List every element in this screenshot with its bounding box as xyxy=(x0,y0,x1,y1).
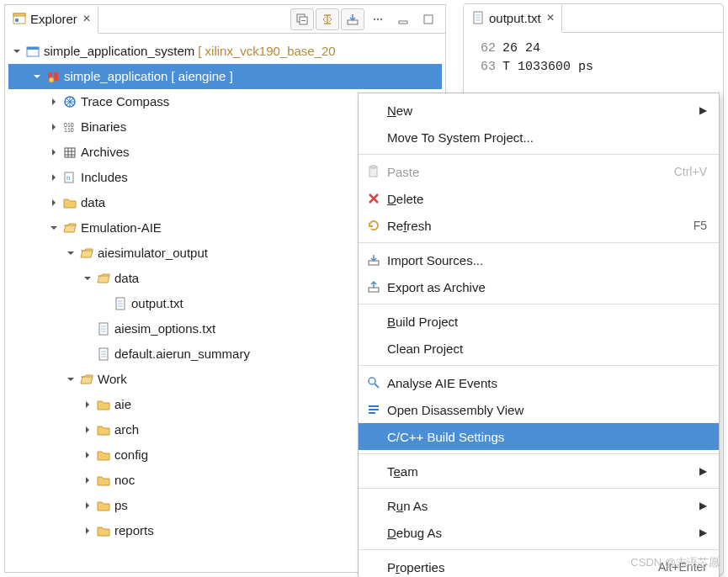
expand-icon[interactable] xyxy=(66,248,76,258)
menu-build-project[interactable]: Build Project xyxy=(359,308,719,335)
aie-app-icon xyxy=(45,69,61,84)
tree-item-label: Emulation-AIE xyxy=(81,215,162,241)
file-icon xyxy=(470,10,486,25)
collapse-icon[interactable] xyxy=(82,475,93,485)
disassembly-icon xyxy=(365,403,382,416)
file-icon xyxy=(96,347,111,362)
folder-icon xyxy=(96,397,111,412)
editor-tab[interactable]: output.txt ✕ xyxy=(464,5,562,33)
menu-separator xyxy=(359,242,719,243)
folder-icon xyxy=(96,523,111,538)
svg-rect-1 xyxy=(13,13,25,16)
collapse-icon[interactable] xyxy=(82,500,93,511)
close-icon[interactable]: ✕ xyxy=(546,12,555,24)
menu-paste: PasteCtrl+V xyxy=(359,158,719,185)
menu-run-as[interactable]: Run As▶ xyxy=(359,492,719,519)
tree-item-label: noc xyxy=(114,468,135,493)
tree-item-label: data xyxy=(81,190,105,215)
svg-rect-11 xyxy=(424,15,433,24)
svg-point-8 xyxy=(377,18,379,19)
menu-import-sources[interactable]: Import Sources... xyxy=(359,246,719,273)
menu-team[interactable]: Team▶ xyxy=(359,458,719,484)
tree-item-label: simple_application_system xyxy=(44,39,194,64)
expand-icon[interactable] xyxy=(49,223,59,233)
includes-icon: h xyxy=(62,170,77,185)
collapse-icon[interactable] xyxy=(49,172,59,183)
tree-item-label: aiesim_options.txt xyxy=(114,316,215,341)
watermark: CSDN @志语芯愿 xyxy=(630,555,720,570)
binaries-icon: 010110 xyxy=(62,119,77,135)
explorer-toolbar xyxy=(285,8,445,30)
folder-open-icon xyxy=(79,372,94,387)
collapse-icon[interactable] xyxy=(49,198,59,208)
editor-line: 6226 24 xyxy=(472,40,715,58)
menu-separator xyxy=(359,365,719,366)
expand-icon[interactable] xyxy=(66,374,76,384)
view-menu-button[interactable] xyxy=(366,8,390,30)
folder-icon xyxy=(96,422,111,437)
menu-export-archive[interactable]: Export as Archive xyxy=(359,273,719,300)
tree-selected-app[interactable]: simple_application [ aiengine ] xyxy=(8,64,442,89)
context-menu: New▶ Move To System Project... PasteCtrl… xyxy=(358,93,720,577)
expand-icon[interactable] xyxy=(82,273,93,283)
folder-open-icon xyxy=(62,220,77,236)
menu-analyse-aie[interactable]: Analyse AIE Events xyxy=(359,369,719,396)
project-icon xyxy=(25,44,40,59)
search-icon xyxy=(365,376,382,389)
minimize-button[interactable] xyxy=(391,8,415,30)
menu-separator xyxy=(359,304,719,304)
collapse-icon[interactable] xyxy=(82,526,93,536)
svg-rect-20 xyxy=(65,148,75,157)
svg-rect-46 xyxy=(369,288,379,292)
tree-item-label: config xyxy=(114,442,148,468)
import-button[interactable] xyxy=(341,8,364,30)
menu-debug-as[interactable]: Debug As▶ xyxy=(359,519,719,546)
menu-clean-project[interactable]: Clean Project xyxy=(359,335,719,362)
collapse-all-button[interactable] xyxy=(290,8,314,30)
collapse-icon[interactable] xyxy=(82,450,93,460)
collapse-icon[interactable] xyxy=(49,122,59,132)
collapse-icon[interactable] xyxy=(82,425,93,435)
tree-item-label: aiesimulator_output xyxy=(98,241,208,266)
maximize-button[interactable] xyxy=(417,8,440,30)
svg-point-47 xyxy=(369,378,375,384)
tree-item-bracket: [ xilinx_vck190_base_20 xyxy=(198,39,335,64)
explorer-tab-label: Explorer xyxy=(30,12,77,26)
collapse-icon[interactable] xyxy=(49,147,59,157)
menu-refresh[interactable]: RefreshF5 xyxy=(359,212,719,239)
tree-item-label: arch xyxy=(114,417,139,442)
menu-move-to-system[interactable]: Move To System Project... xyxy=(359,124,719,151)
close-icon[interactable]: ✕ xyxy=(82,13,91,24)
editor-content[interactable]: 6226 24 63T 1033600 ps T 1360 ns xyxy=(464,33,723,83)
file-icon xyxy=(96,321,111,336)
tree-item-label: Archives xyxy=(81,140,130,165)
expand-icon[interactable] xyxy=(32,71,42,82)
folder-open-icon xyxy=(79,246,94,261)
svg-rect-15 xyxy=(54,72,58,81)
navigator-icon xyxy=(12,11,27,26)
tree-item-label: Binaries xyxy=(81,114,126,140)
menu-open-disassembly[interactable]: Open Disassembly View xyxy=(359,396,719,423)
line-number: 63 xyxy=(472,58,496,77)
tree-root-system[interactable]: simple_application_system [ xilinx_vck19… xyxy=(8,39,442,64)
menu-delete[interactable]: Delete xyxy=(359,185,719,212)
menu-cpp-build-settings[interactable]: C/C++ Build Settings xyxy=(359,423,719,450)
tree-item-bracket: [ aiengine ] xyxy=(171,64,232,89)
tree-item-label: aie xyxy=(114,392,131,417)
svg-line-48 xyxy=(375,384,379,388)
export-icon xyxy=(365,280,382,294)
tree-item-label: Work xyxy=(98,367,127,392)
menu-separator xyxy=(359,549,719,550)
tree-item-label: Trace Compass xyxy=(81,89,169,114)
link-editor-button[interactable] xyxy=(316,8,339,30)
svg-text:110: 110 xyxy=(64,127,74,133)
editor-line: 63T 1033600 ps xyxy=(472,58,715,77)
refresh-icon xyxy=(365,219,382,232)
menu-new[interactable]: New▶ xyxy=(359,97,719,124)
collapse-icon[interactable] xyxy=(49,97,59,107)
explorer-tab[interactable]: Explorer ✕ xyxy=(5,6,98,34)
svg-point-2 xyxy=(15,19,19,22)
svg-point-7 xyxy=(374,18,375,19)
collapse-icon[interactable] xyxy=(82,400,93,410)
expand-icon[interactable] xyxy=(12,46,22,56)
